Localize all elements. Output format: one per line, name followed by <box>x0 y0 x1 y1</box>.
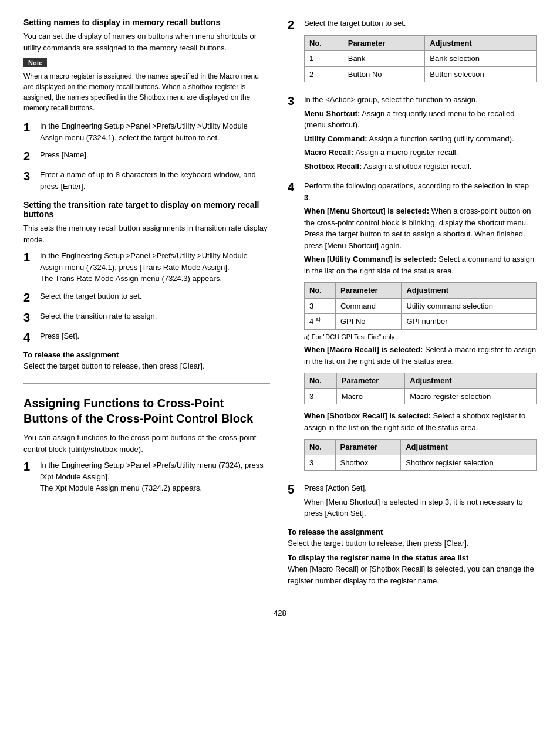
table-uc-r2-no: 4 a) <box>305 314 336 330</box>
right-step-num-2: 2 <box>288 18 299 32</box>
table-mr-header-adj: Adjustment <box>405 373 537 389</box>
table-row: 2 Button No Button selection <box>305 66 537 82</box>
table2-header-param: Parameter <box>343 35 425 51</box>
step-num-1-2: 2 <box>23 149 35 163</box>
release-text: Select the target button to release, the… <box>23 360 270 372</box>
table-row: 3 Macro Macro register selection <box>305 388 537 404</box>
right-step-num-3: 3 <box>288 94 299 108</box>
table-sbr-r1-adj: Shotbox register selection <box>401 455 537 471</box>
step3-uc-label: Utility Command: <box>304 134 367 143</box>
table-sbr-header-no: No. <box>305 440 336 455</box>
table-row: 3 Shotbox Shotbox register selection <box>305 455 537 471</box>
table2-r1-adj: Bank selection <box>425 51 537 67</box>
display-register-text: When [Macro Recall] or [Shotbox Recall] … <box>288 563 537 586</box>
table-macro-recall: No. Parameter Adjustment 3 Macro Macro r… <box>304 373 537 404</box>
section1-intro: You can set the display of names on butt… <box>23 31 270 53</box>
step-2-4: 4 Press [Set]. <box>23 330 270 344</box>
table-uc-r1-param: Command <box>335 298 402 314</box>
table-sbr-r1-param: Shotbox <box>335 455 401 471</box>
step-num-1-3: 3 <box>23 169 35 183</box>
right-step-text-4: Perform the following operations, accord… <box>304 180 537 476</box>
step3-sr-label: Shotbox Recall: <box>304 162 362 171</box>
step-1-1: 1 In the Engineering Setup >Panel >Prefs… <box>23 120 270 143</box>
page-number: 428 <box>23 609 537 617</box>
step-text-3-1: In the Engineering Setup >Panel >Prefs/U… <box>40 459 270 494</box>
table-step2: No. Parameter Adjustment 1 Bank Bank sel… <box>304 35 537 83</box>
step3-utility-command: Utility Command: Assign a function setti… <box>304 133 537 145</box>
section2-title: Setting the transition rate target to di… <box>23 200 270 219</box>
table-sbr-header-adj: Adjustment <box>401 440 537 455</box>
table-uc-r2-param: GPI No <box>335 314 402 330</box>
table-mr-header-param: Parameter <box>336 373 404 389</box>
section3-intro: You can assign functions to the cross-po… <box>23 432 270 455</box>
display-register-section: To display the register name in the stat… <box>288 553 537 586</box>
step4-sbr-label: When [Shotbox Recall] is selected: <box>304 411 431 420</box>
table-uc-r2-adj: GPI number <box>402 314 537 330</box>
note-box-wrapper: Note When a macro register is assigned, … <box>23 58 270 113</box>
section-transition-rate: Setting the transition rate target to di… <box>23 200 270 371</box>
table-row: 3 Command Utility command selection <box>305 298 537 314</box>
step-2-3: 3 Select the transition rate to assign. <box>23 310 270 325</box>
step-text-2-4: Press [Set]. <box>40 330 270 342</box>
table-uc-header-no: No. <box>305 283 336 299</box>
display-register-label: To display the register name in the stat… <box>288 553 537 562</box>
table-row: 1 Bank Bank selection <box>305 51 537 67</box>
step-num-2-4: 4 <box>23 330 35 344</box>
table2-r2-adj: Button selection <box>425 66 537 82</box>
step-num-2-2: 2 <box>23 290 35 305</box>
right-release-assignment: To release the assignment Select the tar… <box>288 528 537 549</box>
right-step-text-2: Select the target button to set. No. Par… <box>304 18 537 88</box>
table-mr-header-no: No. <box>305 373 337 389</box>
step5-sub: When [Menu Shortcut] is selected in step… <box>304 496 537 519</box>
step4-ms-label: When [Menu Shortcut] is selected: <box>304 207 429 215</box>
section-crosspoint: Assigning Functions to Cross-Point Butto… <box>23 396 270 494</box>
step4-mr-label: When [Macro Recall] is selected: <box>304 345 423 354</box>
step-num-2-1: 1 <box>23 250 35 264</box>
step4-uc-block: When [Utility Command] is selected: Sele… <box>304 254 537 276</box>
step-num-2-3: 3 <box>23 310 35 325</box>
step4-sbr-block: When [Shotbox Recall] is selected: Selec… <box>304 410 537 433</box>
step-1-3: 3 Enter a name of up to 8 characters in … <box>23 169 270 192</box>
section1-title: Setting names to display in memory recal… <box>23 18 270 27</box>
step-num-1-1: 1 <box>23 120 35 134</box>
step3-menu-shortcut: Menu Shortcut: Assign a frequently used … <box>304 108 537 131</box>
step3-ms-label: Menu Shortcut: <box>304 109 360 118</box>
step4-ms-block: When [Menu Shortcut] is selected: When a… <box>304 205 537 251</box>
step-1-2: 2 Press [Name]. <box>23 149 270 163</box>
step3-macro-recall: Macro Recall: Assign a macro register re… <box>304 147 537 158</box>
table-uc-r1-no: 3 <box>305 298 336 314</box>
table2-r2-no: 2 <box>305 66 343 82</box>
step3-text: In the <Action> group, select the functi… <box>304 94 537 106</box>
right-release-text: Select the target button to release, the… <box>288 538 537 549</box>
table-shotbox-recall: No. Parameter Adjustment 3 Shotbox Shotb… <box>304 439 537 471</box>
table-mr-r1-param: Macro <box>336 388 404 404</box>
step4-uc-label: When [Utility Command] is selected: <box>304 255 436 263</box>
note-label: Note <box>23 58 47 67</box>
left-column: Setting names to display in memory recal… <box>23 18 270 591</box>
right-step-3: 3 In the <Action> group, select the func… <box>288 94 537 174</box>
right-step-5: 5 Press [Action Set]. When [Menu Shortcu… <box>288 482 537 522</box>
table-mr-r1-adj: Macro register selection <box>405 388 537 404</box>
table-sbr-header-param: Parameter <box>335 440 401 455</box>
right-step-4: 4 Perform the following operations, acco… <box>288 180 537 476</box>
step-text-1-1: In the Engineering Setup >Panel >Prefs/U… <box>40 120 270 143</box>
right-step-num-4: 4 <box>288 180 299 194</box>
table-uc-header-param: Parameter <box>335 283 402 299</box>
step4-text: Perform the following operations, accord… <box>304 180 537 203</box>
step-text-1-3: Enter a name of up to 8 characters in th… <box>40 169 270 192</box>
step-num-3-1: 1 <box>23 459 35 474</box>
right-step-2: 2 Select the target button to set. No. P… <box>288 18 537 88</box>
table-row: 4 a) GPI No GPI number <box>305 314 537 330</box>
step5-text: Press [Action Set]. <box>304 482 537 494</box>
section-divider <box>23 383 270 384</box>
table2-header-no: No. <box>305 35 343 51</box>
step-2-2: 2 Select the target button to set. <box>23 290 270 305</box>
release-label: To release the assignment <box>23 350 270 359</box>
step3-mr-label: Macro Recall: <box>304 148 354 157</box>
step-2-1: 1 In the Engineering Setup >Panel >Prefs… <box>23 250 270 285</box>
section2-intro: This sets the memory recall button assig… <box>23 222 270 245</box>
table2-r1-param: Bank <box>343 51 425 67</box>
step-text-2-2: Select the target button to set. <box>40 290 270 302</box>
section3-title: Assigning Functions to Cross-Point Butto… <box>23 396 270 426</box>
step-3-1: 1 In the Engineering Setup >Panel >Prefs… <box>23 459 270 494</box>
